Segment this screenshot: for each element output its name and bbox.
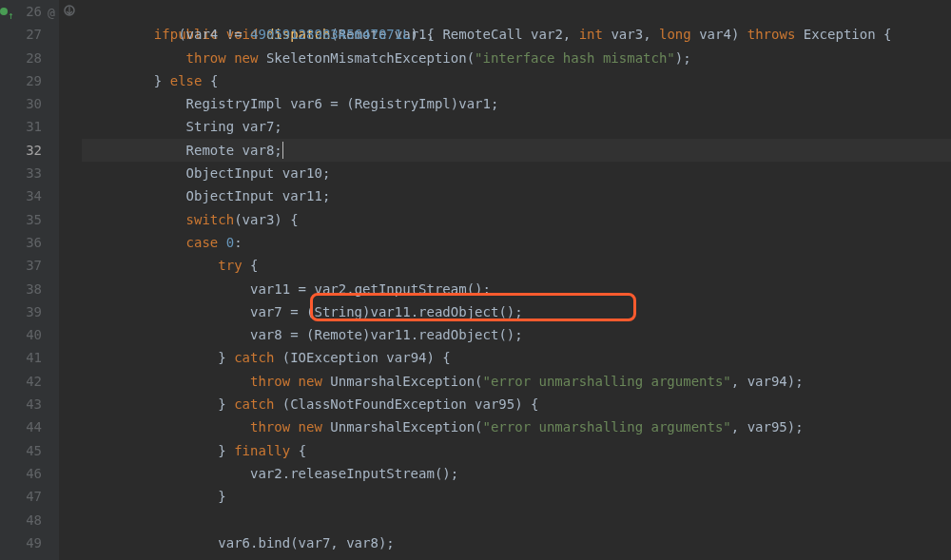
kw-else: else: [170, 73, 203, 88]
code-line-47[interactable]: }: [82, 485, 951, 508]
code-line-33[interactable]: ObjectInput var10;: [82, 162, 951, 184]
src-var: var11: [370, 327, 410, 342]
line-gutter: 26 ↑ 27 28 29 30 31 32 33 34 35 36 37 38…: [0, 0, 59, 560]
arg: var7: [299, 535, 331, 550]
code-line-46[interactable]: var2.releaseInputStream();: [82, 462, 951, 485]
method-call: readObject: [418, 304, 498, 319]
kw-finally: finally: [234, 443, 290, 458]
line-number: 45: [26, 443, 42, 458]
arg: var95: [747, 419, 787, 434]
code-line-28[interactable]: throw new SkeletonMismatchException("int…: [82, 47, 951, 69]
code-line-45[interactable]: } finally {: [82, 439, 951, 462]
code-content[interactable]: @ public void dispatch(Remote var1, Remo…: [59, 0, 951, 560]
code-line-35[interactable]: switch(var3) {: [82, 208, 951, 231]
brace-close: }: [218, 396, 225, 412]
line-number: 32: [26, 143, 42, 158]
code-line-44[interactable]: throw new UnmarshalException("error unma…: [82, 415, 951, 438]
code-line-36[interactable]: case 0:: [82, 231, 951, 254]
var-name: var8: [250, 327, 282, 342]
code-line-49[interactable]: var6.bind(var7, var8);: [82, 531, 951, 554]
gutter-line-42: 42: [0, 370, 42, 393]
var-name: var10: [282, 165, 322, 181]
kw-throw: throw: [186, 50, 226, 66]
line-number: 33: [26, 165, 42, 181]
code-line-30[interactable]: RegistryImpl var6 = (RegistryImpl)var1;: [82, 92, 951, 115]
string-literal: "error unmarshalling arguments": [483, 419, 731, 434]
cond-var: var4: [186, 27, 219, 42]
brace-close: }: [218, 489, 225, 504]
method-call: bind: [258, 535, 290, 550]
op: =: [290, 327, 298, 342]
code-line-38[interactable]: var11 = var2.getInputStream();: [82, 278, 951, 300]
gutter-line-35: 35: [0, 208, 42, 231]
brace: {: [426, 27, 434, 42]
line-number: 28: [26, 50, 42, 66]
kw-catch: catch: [234, 350, 274, 365]
method-call: getInputStream: [355, 281, 467, 297]
op: !=: [226, 27, 243, 42]
code-line-32[interactable]: Remote var8;: [82, 139, 951, 162]
num-literal: 4905912898345647071L: [250, 27, 411, 42]
code-line-29[interactable]: } else {: [82, 69, 951, 92]
var-name: var6: [218, 535, 250, 550]
line-number: 40: [26, 327, 42, 342]
gutter-line-36: 36: [0, 231, 42, 254]
line-number: 49: [26, 535, 42, 550]
gutter-line-50: 50: [0, 554, 42, 560]
override-method-icon: [63, 4, 76, 17]
brace: {: [250, 258, 258, 273]
line-number: 48: [26, 512, 42, 528]
brace: {: [210, 73, 218, 88]
line-number: 47: [26, 489, 42, 504]
code-line-48[interactable]: [82, 509, 951, 531]
code-line-26[interactable]: public void dispatch(Remote var1, Remote…: [82, 0, 951, 23]
type-name: Remote: [186, 143, 235, 158]
cast: (Remote): [306, 327, 370, 342]
code-line-41[interactable]: } catch (IOException var94) {: [82, 346, 951, 369]
code-line-43[interactable]: } catch (ClassNotFoundException var95) {: [82, 393, 951, 415]
code-line-34[interactable]: ObjectInput var11;: [82, 184, 951, 207]
gutter-line-44: 44: [0, 415, 42, 438]
brace-close: }: [218, 443, 225, 458]
kw-catch: catch: [234, 396, 274, 412]
gutter-line-26: 26 ↑: [0, 0, 42, 23]
gutter-line-37: 37: [0, 254, 42, 277]
line-number: 39: [26, 304, 42, 319]
line-number: 26: [26, 4, 42, 19]
op: =: [290, 304, 298, 319]
code-line-37[interactable]: try {: [82, 254, 951, 277]
exc-var: var95: [475, 396, 514, 412]
gutter-line-49: 49: [0, 531, 42, 554]
code-editor[interactable]: 26 ↑ 27 28 29 30 31 32 33 34 35 36 37 38…: [0, 0, 951, 560]
var-name: var7: [243, 119, 275, 134]
gutter-line-27: 27: [0, 23, 42, 46]
var-name: var11: [282, 188, 322, 203]
code-line-40[interactable]: var8 = (Remote)var11.readObject();: [82, 323, 951, 346]
annotation-at-icon: @: [48, 2, 55, 25]
code-line-50[interactable]: [82, 554, 951, 560]
var-name: var2: [250, 466, 282, 481]
gutter-line-45: 45: [0, 439, 42, 462]
code-line-31[interactable]: String var7;: [82, 115, 951, 138]
kw-throw: throw: [250, 374, 290, 389]
src-var: var2: [314, 281, 346, 297]
gutter-line-39: 39: [0, 300, 42, 323]
line-number: 30: [26, 96, 42, 111]
kw-new: new: [299, 419, 322, 434]
op: =: [299, 281, 306, 297]
kw-new: new: [234, 50, 258, 66]
line-number: 46: [26, 466, 42, 481]
code-line-39[interactable]: var7 = (String)var11.readObject();: [82, 300, 951, 323]
switch-expr: var3: [243, 212, 275, 227]
gutter-line-28: 28: [0, 47, 42, 69]
line-number: 27: [26, 27, 42, 42]
type-name: String: [186, 119, 235, 134]
gutter-line-48: 48: [0, 509, 42, 531]
case-value: 0: [226, 235, 234, 250]
exception-type: UnmarshalException: [330, 419, 475, 434]
code-line-27[interactable]: if (var4 != 4905912898345647071L) {: [82, 23, 951, 46]
code-line-42[interactable]: throw new UnmarshalException("error unma…: [82, 370, 951, 393]
brace-close: }: [154, 73, 162, 88]
gutter-line-41: 41: [0, 346, 42, 369]
op: =: [330, 96, 338, 111]
